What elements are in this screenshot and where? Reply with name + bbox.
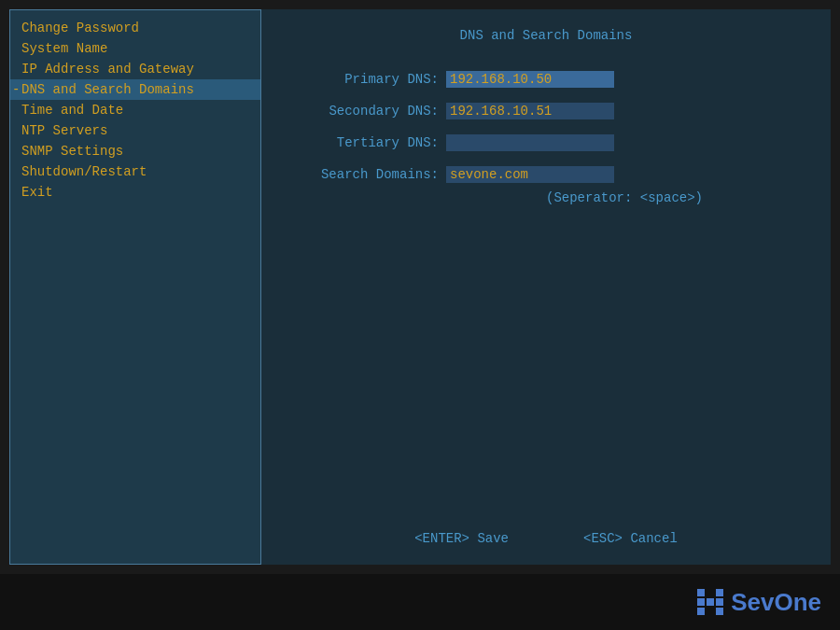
primary-dns-row: Primary DNS: [289,71,803,88]
search-domains-row: Search Domains: [289,166,803,183]
menu-item-exit[interactable]: Exit [10,182,260,203]
logo-one: One [774,588,821,616]
footer-actions: <ENTER> Save <ESC> Cancel [289,512,803,546]
search-domains-input[interactable] [446,166,614,183]
menu-item-ntp[interactable]: NTP Servers [10,120,260,141]
tertiary-dns-row: Tertiary DNS: [289,134,803,151]
left-panel: Change Password System Name IP Address a… [9,9,261,565]
bottom-bar: SevOne [0,574,840,630]
logo-dot-4 [697,598,705,606]
logo-grid [697,589,723,615]
search-domains-label: Search Domains: [289,167,439,182]
logo-dot-9 [716,608,723,615]
logo-dot-3 [716,589,723,596]
primary-dns-input[interactable] [446,71,614,88]
secondary-dns-row: Secondary DNS: [289,103,803,119]
logo-dot-8 [707,608,714,615]
menu-item-snmp[interactable]: SNMP Settings [10,141,260,161]
cancel-action[interactable]: <ESC> Cancel [583,531,678,546]
secondary-dns-input[interactable] [446,103,614,119]
main-area: Change Password System Name IP Address a… [0,0,840,574]
menu-item-ip-address[interactable]: IP Address and Gateway [10,59,260,79]
separator-note: (Seperator: <space>) [446,190,803,205]
logo-sev: Sev [731,588,774,616]
primary-dns-label: Primary DNS: [289,72,439,87]
right-panel: DNS and Search Domains Primary DNS: Seco… [261,9,831,565]
logo-dot-5 [707,598,714,606]
logo-dot-6 [716,598,723,606]
tertiary-dns-input[interactable] [446,134,614,151]
logo-dot-1 [697,589,705,596]
menu-item-system-name[interactable]: System Name [10,38,260,59]
logo-text: SevOne [731,588,821,617]
tertiary-dns-label: Tertiary DNS: [289,135,439,150]
save-action[interactable]: <ENTER> Save [414,531,509,546]
menu-item-change-password[interactable]: Change Password [10,18,260,38]
menu-item-shutdown[interactable]: Shutdown/Restart [10,161,260,182]
secondary-dns-label: Secondary DNS: [289,104,439,119]
logo-dot-2 [707,589,714,596]
logo: SevOne [697,588,821,617]
logo-dot-7 [697,608,705,615]
menu-item-dns[interactable]: DNS and Search Domains [10,79,260,100]
menu-item-time-date[interactable]: Time and Date [10,100,260,120]
panel-title: DNS and Search Domains [289,28,803,43]
